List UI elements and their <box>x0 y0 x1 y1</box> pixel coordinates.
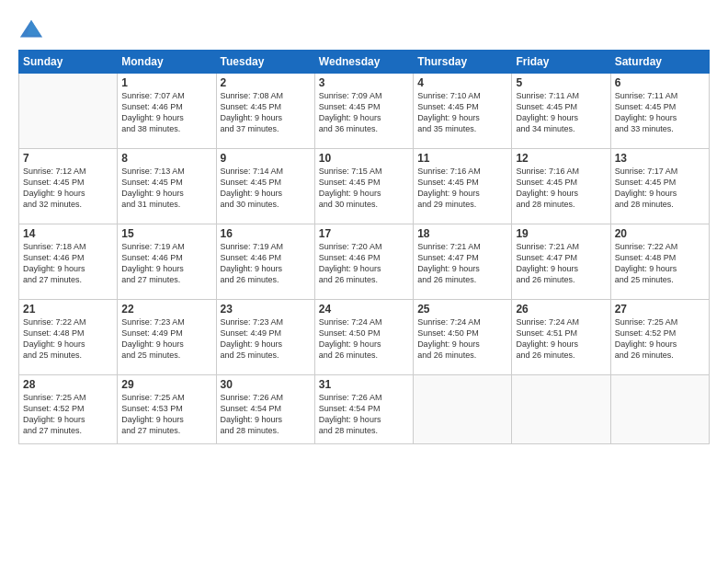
cell-line: and 28 minutes. <box>615 200 674 209</box>
cell-content: Sunrise: 7:22 AMSunset: 4:48 PMDaylight:… <box>23 316 113 362</box>
day-number: 14 <box>23 227 113 240</box>
cell-line: Sunrise: 7:19 AM <box>221 242 284 251</box>
cell-content: Sunrise: 7:09 AMSunset: 4:45 PMDaylight:… <box>319 90 409 135</box>
cell-line: Sunset: 4:50 PM <box>319 328 381 338</box>
calendar-cell: 30Sunrise: 7:26 AMSunset: 4:54 PMDayligh… <box>216 375 314 444</box>
cell-line: Daylight: 9 hours <box>221 264 283 273</box>
calendar-cell: 16Sunrise: 7:19 AMSunset: 4:46 PMDayligh… <box>216 224 314 300</box>
cell-content: Sunrise: 7:25 AMSunset: 4:53 PMDaylight:… <box>121 392 211 437</box>
cell-line: Sunrise: 7:25 AM <box>615 317 678 327</box>
cell-line: and 26 minutes. <box>417 350 476 360</box>
day-header-sunday: Sunday <box>19 51 118 74</box>
day-number: 3 <box>319 76 409 89</box>
cell-line: Sunset: 4:52 PM <box>23 404 85 413</box>
cell-line: Sunset: 4:50 PM <box>417 328 479 338</box>
cell-line: and 38 minutes. <box>121 124 180 133</box>
day-number: 28 <box>23 378 113 391</box>
cell-content: Sunrise: 7:18 AMSunset: 4:46 PMDaylight:… <box>23 241 113 286</box>
day-number: 13 <box>615 152 705 165</box>
day-header-monday: Monday <box>118 51 216 74</box>
day-number: 22 <box>121 303 211 316</box>
cell-line: and 25 minutes. <box>221 350 279 360</box>
calendar-cell: 5Sunrise: 7:11 AMSunset: 4:45 PMDaylight… <box>512 74 610 149</box>
cell-content: Sunrise: 7:25 AMSunset: 4:52 PMDaylight:… <box>615 316 705 362</box>
cell-content: Sunrise: 7:19 AMSunset: 4:46 PMDaylight:… <box>121 241 211 286</box>
cell-line: Daylight: 9 hours <box>417 189 480 198</box>
cell-line: Daylight: 9 hours <box>319 415 381 424</box>
cell-line: Sunset: 4:45 PM <box>319 178 381 187</box>
week-row-5: 28Sunrise: 7:25 AMSunset: 4:52 PMDayligh… <box>19 375 710 444</box>
calendar-cell: 9Sunrise: 7:14 AMSunset: 4:45 PMDaylight… <box>216 149 314 224</box>
cell-line: Sunset: 4:45 PM <box>417 102 479 111</box>
cell-content: Sunrise: 7:26 AMSunset: 4:54 PMDaylight:… <box>319 392 409 437</box>
cell-line: Sunrise: 7:26 AM <box>221 393 284 402</box>
cell-content: Sunrise: 7:08 AMSunset: 4:45 PMDaylight:… <box>221 90 311 135</box>
cell-line: Daylight: 9 hours <box>23 264 85 273</box>
cell-line: Sunrise: 7:13 AM <box>121 167 185 176</box>
cell-line: and 27 minutes. <box>121 426 180 435</box>
calendar-cell: 11Sunrise: 7:16 AMSunset: 4:45 PMDayligh… <box>414 149 512 224</box>
day-number: 23 <box>221 303 311 316</box>
cell-line: Sunrise: 7:12 AM <box>23 167 86 176</box>
calendar-cell: 7Sunrise: 7:12 AMSunset: 4:45 PMDaylight… <box>19 149 118 224</box>
cell-line: Daylight: 9 hours <box>516 339 578 349</box>
calendar-cell <box>610 375 709 444</box>
cell-line: Sunset: 4:48 PM <box>615 253 677 262</box>
calendar-cell <box>19 74 118 149</box>
cell-line: Daylight: 9 hours <box>417 113 480 122</box>
day-header-saturday: Saturday <box>610 51 709 74</box>
cell-line: Daylight: 9 hours <box>615 264 677 273</box>
cell-content: Sunrise: 7:23 AMSunset: 4:49 PMDaylight:… <box>121 316 211 362</box>
calendar-cell: 20Sunrise: 7:22 AMSunset: 4:48 PMDayligh… <box>610 224 709 300</box>
cell-content: Sunrise: 7:14 AMSunset: 4:45 PMDaylight:… <box>221 166 311 211</box>
cell-line: Daylight: 9 hours <box>516 264 578 273</box>
cell-line: Sunrise: 7:16 AM <box>516 167 579 176</box>
cell-line: and 26 minutes. <box>516 275 574 284</box>
calendar-cell: 13Sunrise: 7:17 AMSunset: 4:45 PMDayligh… <box>610 149 709 224</box>
cell-line: Sunrise: 7:22 AM <box>615 242 678 251</box>
cell-content: Sunrise: 7:23 AMSunset: 4:49 PMDaylight:… <box>221 316 311 362</box>
cell-line: Daylight: 9 hours <box>516 189 578 198</box>
calendar-cell: 6Sunrise: 7:11 AMSunset: 4:45 PMDaylight… <box>610 74 709 149</box>
calendar-cell <box>414 375 512 444</box>
cell-line: Daylight: 9 hours <box>121 189 184 198</box>
cell-content: Sunrise: 7:13 AMSunset: 4:45 PMDaylight:… <box>121 166 211 211</box>
day-number: 18 <box>417 227 507 240</box>
cell-line: Daylight: 9 hours <box>221 189 283 198</box>
cell-line: and 26 minutes. <box>319 350 378 360</box>
cell-content: Sunrise: 7:24 AMSunset: 4:50 PMDaylight:… <box>417 316 507 362</box>
cell-line: Sunrise: 7:16 AM <box>417 167 481 176</box>
day-number: 16 <box>221 227 311 240</box>
cell-line: Sunset: 4:51 PM <box>516 328 577 338</box>
cell-line: Sunrise: 7:09 AM <box>319 91 382 100</box>
day-number: 4 <box>417 76 507 89</box>
cell-line: Sunrise: 7:25 AM <box>121 393 185 402</box>
cell-line: Sunrise: 7:23 AM <box>121 317 185 327</box>
cell-line: Sunrise: 7:24 AM <box>417 317 481 327</box>
calendar-cell: 14Sunrise: 7:18 AMSunset: 4:46 PMDayligh… <box>19 224 118 300</box>
cell-line: and 28 minutes. <box>516 200 574 209</box>
cell-line: Sunset: 4:45 PM <box>221 102 282 111</box>
day-number: 12 <box>516 152 606 165</box>
calendar-cell: 18Sunrise: 7:21 AMSunset: 4:47 PMDayligh… <box>414 224 512 300</box>
cell-line: Daylight: 9 hours <box>615 339 677 349</box>
cell-line: Sunrise: 7:19 AM <box>121 242 185 251</box>
day-number: 15 <box>121 227 211 240</box>
week-row-1: 1Sunrise: 7:07 AMSunset: 4:46 PMDaylight… <box>19 74 710 149</box>
day-number: 30 <box>221 378 311 391</box>
cell-line: and 26 minutes. <box>615 350 674 360</box>
cell-line: Sunset: 4:46 PM <box>121 102 183 111</box>
cell-line: and 26 minutes. <box>221 275 279 284</box>
day-number: 2 <box>221 76 311 89</box>
week-row-4: 21Sunrise: 7:22 AMSunset: 4:48 PMDayligh… <box>19 300 710 375</box>
cell-line: Sunrise: 7:24 AM <box>319 317 382 327</box>
cell-line: Sunrise: 7:11 AM <box>516 91 579 100</box>
cell-line: Sunrise: 7:20 AM <box>319 242 382 251</box>
cell-line: Daylight: 9 hours <box>615 113 677 122</box>
cell-line: and 31 minutes. <box>121 200 180 209</box>
cell-line: Sunset: 4:46 PM <box>23 253 85 262</box>
page: SundayMondayTuesdayWednesdayThursdayFrid… <box>0 0 728 563</box>
day-number: 31 <box>319 378 409 391</box>
cell-content: Sunrise: 7:15 AMSunset: 4:45 PMDaylight:… <box>319 166 409 211</box>
cell-line: Sunset: 4:45 PM <box>23 178 85 187</box>
